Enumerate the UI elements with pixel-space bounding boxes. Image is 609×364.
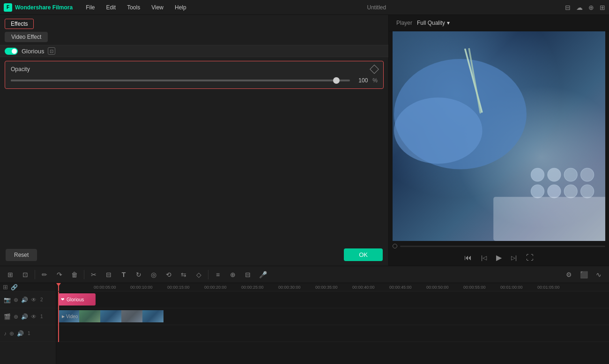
- share-icon[interactable]: ⊕: [588, 4, 594, 11]
- audio-track-row: [56, 325, 609, 342]
- track-label-header: ⊞ 🔗: [0, 283, 56, 291]
- video-clip[interactable]: ▶ Video: [58, 310, 166, 322]
- pencil-tool[interactable]: ✏: [38, 268, 51, 281]
- wave-tool[interactable]: ∿: [592, 268, 605, 281]
- menu-bar: F Wondershare Filmora File Edit Tools Vi…: [0, 0, 609, 15]
- glorious-row: Glorious ⊡: [0, 45, 388, 57]
- delete-tool[interactable]: 🗑: [68, 268, 81, 281]
- merge-tool[interactable]: ⊕: [226, 268, 239, 281]
- progress-dot[interactable]: [393, 244, 397, 248]
- voice-tool[interactable]: 🎤: [256, 268, 269, 281]
- glorious-toggle[interactable]: [5, 48, 18, 55]
- opacity-section: Opacity 100 %: [5, 61, 384, 89]
- track-add-icon-a[interactable]: ⊕: [9, 330, 14, 337]
- window-controls: ⊟ ☁ ⊕ ⊞: [565, 4, 605, 11]
- thumb-4: [121, 310, 142, 322]
- menu-view[interactable]: View: [149, 3, 165, 12]
- ok-button[interactable]: OK: [344, 248, 383, 261]
- track-number-2: 2: [40, 297, 43, 302]
- quality-dropdown[interactable]: Full Quality ▾: [417, 20, 450, 26]
- keyframe-diamond-icon[interactable]: [370, 65, 379, 74]
- tool-separator-1: [35, 270, 35, 279]
- app-logo: F Wondershare Filmora: [4, 3, 73, 12]
- right-panel: Player Full Quality ▾: [389, 15, 609, 266]
- sub-tab-bar: Video Effect: [0, 29, 388, 45]
- menu-help[interactable]: Help: [173, 3, 188, 12]
- player-label: Player: [396, 20, 412, 26]
- slider-fill: [11, 80, 336, 81]
- effect-track-row: ❤ Glorious: [56, 291, 609, 308]
- reset-button[interactable]: Reset: [6, 249, 37, 261]
- track-label-video: 🎬 ⊕ 🔊 👁 1: [0, 308, 56, 325]
- glorious-info-icon[interactable]: ⊡: [48, 47, 55, 55]
- progress-bar[interactable]: [400, 246, 605, 247]
- fullscreen-button[interactable]: ⛶: [526, 254, 534, 262]
- crop-tool[interactable]: ⊟: [102, 268, 115, 281]
- svg-rect-12: [493, 197, 605, 241]
- track-sound-icon[interactable]: 🔊: [21, 297, 28, 303]
- glorious-clip[interactable]: ❤ Glorious: [58, 293, 96, 306]
- scene-detect-tool[interactable]: ⊞: [4, 268, 17, 281]
- timemark-60s: 00:01:00:00: [500, 285, 523, 290]
- video-scene-svg: [393, 31, 605, 241]
- timemark-50s: 00:00:50:00: [426, 285, 449, 290]
- track-add-icon[interactable]: ⊕: [14, 297, 18, 303]
- effects-tab[interactable]: Effects: [5, 19, 34, 29]
- frame-back-button[interactable]: |◁: [481, 255, 487, 261]
- svg-point-1: [394, 97, 483, 163]
- window-title: Untitled: [196, 4, 557, 11]
- speed-tool[interactable]: ◎: [147, 268, 160, 281]
- timemark-30s: 00:00:30:00: [278, 285, 301, 290]
- video-track-row: ▶ Video: [56, 308, 609, 325]
- quality-chevron-icon: ▾: [447, 20, 450, 26]
- magnetic-snap-tool[interactable]: ⊡: [19, 268, 32, 281]
- track-labels: ⊞ 🔗 📷 ⊕ 🔊 👁 2 🎬 ⊕ 🔊 👁 1 ♪: [0, 283, 56, 364]
- slider-row: 100 %: [11, 77, 378, 84]
- frame-tool[interactable]: ⊟: [241, 268, 254, 281]
- play-button[interactable]: ▶: [496, 253, 502, 262]
- thumb-5: [142, 310, 163, 322]
- audio-eq-tool[interactable]: ≡: [211, 268, 224, 281]
- track-add-icon-v[interactable]: ⊕: [14, 313, 18, 320]
- video-effect-tab[interactable]: Video Effect: [5, 32, 48, 42]
- track-eye-icon-v[interactable]: 👁: [31, 313, 37, 320]
- svg-point-9: [564, 185, 577, 198]
- layout-icon[interactable]: ⊞: [600, 4, 605, 11]
- timemark-20s: 00:00:20:00: [204, 285, 227, 290]
- frame-forward-button[interactable]: ▷|: [511, 255, 517, 261]
- svg-point-10: [580, 168, 594, 181]
- rotate-tool[interactable]: ⟲: [162, 268, 175, 281]
- opacity-slider-container[interactable]: [11, 80, 350, 81]
- left-panel: Effects Video Effect Glorious ⊡ Opacity: [0, 15, 389, 266]
- flip-tool[interactable]: ⇆: [177, 268, 190, 281]
- settings-tool[interactable]: ⚙: [562, 268, 575, 281]
- menu-edit[interactable]: Edit: [104, 3, 118, 12]
- add-track-icon[interactable]: ⊞: [3, 284, 8, 291]
- timemark-5s: 00:00:05:00: [94, 285, 116, 290]
- mask-tool[interactable]: ◇: [192, 268, 205, 281]
- redo-tool[interactable]: ↷: [53, 268, 66, 281]
- step-back-button[interactable]: ⏮: [464, 254, 472, 262]
- monitor-icon[interactable]: ⊟: [565, 4, 571, 11]
- link-icon[interactable]: 🔗: [11, 284, 18, 291]
- main-area: Effects Video Effect Glorious ⊡ Opacity: [0, 15, 609, 266]
- cloud-icon[interactable]: ☁: [576, 4, 583, 11]
- slider-thumb[interactable]: [333, 77, 340, 84]
- glorious-clip-label: Glorious: [67, 297, 84, 302]
- timemark-35s: 00:00:35:00: [315, 285, 338, 290]
- timemark-15s: 00:00:15:00: [167, 285, 190, 290]
- menu-tools[interactable]: Tools: [125, 3, 142, 12]
- render-tool[interactable]: ⬛: [577, 268, 590, 281]
- menu-file[interactable]: File: [84, 3, 97, 12]
- cut-tool[interactable]: ✂: [87, 268, 100, 281]
- thumb-2: [79, 310, 100, 322]
- loop-tool[interactable]: ↻: [132, 268, 145, 281]
- text-tool[interactable]: T: [117, 268, 130, 281]
- video-preview: [393, 31, 605, 241]
- track-sound-icon-v[interactable]: 🔊: [21, 313, 28, 320]
- video-label-text: Video: [66, 314, 78, 319]
- track-sound-icon-a[interactable]: 🔊: [17, 330, 24, 337]
- player-progress: [389, 241, 609, 251]
- track-eye-icon[interactable]: 👁: [31, 297, 37, 303]
- thumb-3: [100, 310, 121, 322]
